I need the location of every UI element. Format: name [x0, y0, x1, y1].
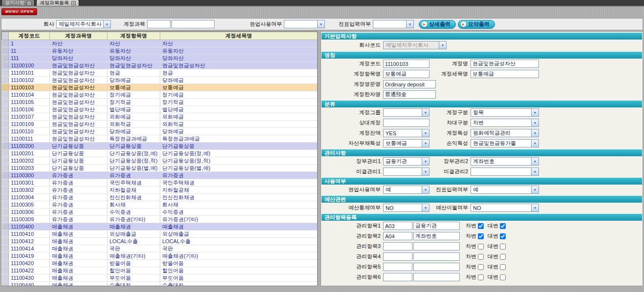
mgmt-item-code-input[interactable]: [383, 222, 412, 230]
grid-cell-detail[interactable]: 유가증권(기타): [160, 216, 318, 223]
grid-cell-item[interactable]: 정기적금: [107, 99, 160, 106]
grid-row[interactable]: 11100410매출채권외상매출금외상매출금: [2, 230, 318, 238]
grid-row[interactable]: 11100300유가증권유가증권유가증권: [2, 172, 318, 179]
grid-cell-detail[interactable]: 단기금융상품: [160, 143, 318, 150]
grid-cell-item[interactable]: 당좌자산: [107, 55, 160, 62]
grid-cell-item[interactable]: 전신전화채권: [107, 194, 160, 201]
grid-cell-subject[interactable]: 유가증권: [50, 209, 107, 216]
field-use-select[interactable]: 예 ▼: [383, 186, 429, 194]
grid-cell-subject[interactable]: 매출채권: [50, 223, 107, 230]
grid-cell-detail[interactable]: 외상매출금: [160, 230, 318, 238]
grid-row[interactable]: 11100420매출채권받을어음받을어음: [2, 260, 318, 267]
mgmt-item-name-input[interactable]: [413, 263, 460, 271]
asset-liability-attr-select[interactable]: 보통예금 ▼: [383, 139, 429, 147]
grid-cell-code[interactable]: 11: [9, 47, 50, 55]
mgmt-item-code-input[interactable]: [383, 252, 412, 261]
grid-cell-item[interactable]: 당좌예금: [107, 128, 160, 135]
grid-cell-subject[interactable]: 현금및현금성자산: [50, 128, 107, 135]
grid-row[interactable]: 11100102현금및현금성자산당좌예금당좌예금: [2, 77, 318, 84]
grid-cell-item[interactable]: 외화적금: [107, 121, 160, 128]
grid-row[interactable]: 11100202단기금융상품단기금융상품(정,적)단기금융상품(정,적): [2, 157, 318, 165]
summary-print-button[interactable]: ▶ 요약출력: [458, 20, 495, 29]
grid-cell-detail[interactable]: 외화예금: [160, 113, 318, 121]
grid-cell-detail[interactable]: 현금: [160, 69, 318, 77]
grid-cell-detail[interactable]: 당좌예금: [160, 128, 318, 135]
grid-cell-detail[interactable]: LOCAL수출: [160, 238, 318, 245]
grid-cell-detail[interactable]: 국민주택채권: [160, 179, 318, 187]
grid-cell-item[interactable]: 당좌예금: [107, 77, 160, 84]
grid-cell-detail[interactable]: 매출채권(기타): [160, 252, 318, 260]
dc-kind-select[interactable]: 차변 ▼: [471, 119, 539, 127]
grid-cell-item[interactable]: 정기예금: [107, 91, 160, 99]
grid-cell-item[interactable]: 받을어음: [107, 260, 160, 267]
account-item-input[interactable]: [383, 70, 429, 78]
grid-cell-item[interactable]: 외상매출금: [107, 230, 160, 238]
account-english-input[interactable]: [383, 80, 436, 88]
grid-cell-subject[interactable]: 매출채권: [50, 274, 107, 282]
grid-cell-code[interactable]: 11100302: [9, 187, 50, 194]
grid-row[interactable]: 11100110현금및현금성자산당좌예금당좌예금: [2, 128, 318, 135]
grid-cell-subject[interactable]: 유가증권: [50, 187, 107, 194]
grid-cell-subject[interactable]: 현금및현금성자산: [50, 99, 107, 106]
credit-checkbox[interactable]: [500, 264, 506, 270]
mgmt-item-name-input[interactable]: [413, 252, 460, 261]
grid-cell-code[interactable]: 11100200: [9, 143, 50, 150]
grid-cell-code[interactable]: 11100419: [9, 252, 50, 260]
account-attr-select[interactable]: 원화예적금관리 ▼: [471, 129, 539, 137]
grid-row[interactable]: 11100201단기금융상품단기금융상품(정,예)단기금융상품(정,예): [2, 150, 318, 157]
grid-cell-subject[interactable]: 매출채권: [50, 230, 107, 238]
budget-carryover-select[interactable]: NO ▼: [471, 204, 539, 212]
debit-checkbox[interactable]: [478, 223, 484, 229]
menu-open-button[interactable]: MENU OPEN: [1, 8, 37, 15]
grid-cell-item[interactable]: 단기금융상품: [107, 143, 160, 150]
grid-cell-code[interactable]: 11100109: [9, 121, 50, 128]
grid-cell-detail[interactable]: 유가증권: [160, 172, 318, 179]
grid-cell-subject[interactable]: 유가증권: [50, 201, 107, 209]
mgmt-item-name-input[interactable]: [413, 232, 460, 240]
grid-cell-code[interactable]: 11100420: [9, 260, 50, 267]
grid-cell-subject[interactable]: 유가증권: [50, 216, 107, 223]
grid-row[interactable]: 11100111현금및현금성자산특정현금과예금특정현금과예금: [2, 135, 318, 143]
account-balance-select[interactable]: YES ▼: [383, 129, 429, 137]
grid-row[interactable]: 11100101현금및현금성자산현금현금: [2, 69, 318, 77]
grid-cell-code[interactable]: 11100400: [9, 223, 50, 230]
grid-cell-code[interactable]: 11100422: [9, 267, 50, 274]
grid-cell-subject[interactable]: 단기금융상품: [50, 143, 107, 150]
grid-cell-subject[interactable]: 유동자산: [50, 47, 107, 55]
grid-cell-subject[interactable]: 현금및현금성자산: [50, 91, 107, 99]
grid-cell-code[interactable]: 11100201: [9, 150, 50, 157]
grid-cell-item[interactable]: 매출채권(기타): [107, 252, 160, 260]
grid-cell-subject[interactable]: 현금및현금성자산: [50, 121, 107, 128]
mgmt-item-name-input[interactable]: [413, 242, 460, 250]
detail-print-button[interactable]: ▶ 상세출력: [419, 20, 456, 29]
grid-cell-detail[interactable]: 당좌자산: [160, 55, 318, 62]
grid-cell-item[interactable]: 보통예금: [107, 84, 160, 91]
grid-cell-code[interactable]: 11100410: [9, 230, 50, 238]
account-group-select[interactable]: ▼: [383, 108, 429, 117]
col-header-account-code[interactable]: 계정코드: [9, 32, 50, 40]
grid-row[interactable]: 11100203단기금융상품단기금융상품(별,예)단기금융상품(별,예): [2, 165, 318, 172]
grid-cell-code[interactable]: 11100412: [9, 238, 50, 245]
grid-cell-detail[interactable]: 현금및현금성자산: [160, 62, 318, 69]
close-icon[interactable]: ×: [71, 1, 76, 5]
grid-cell-code[interactable]: 11100414: [9, 245, 50, 252]
grid-cell-code[interactable]: 11100102: [9, 77, 50, 84]
grid-cell-code[interactable]: 11100440: [9, 282, 50, 287]
col-header-detail-name[interactable]: 계정세목명: [160, 32, 318, 40]
grid-cell-subject[interactable]: 유가증권: [50, 172, 107, 179]
slip-entry-filter-select[interactable]: ▼: [373, 20, 414, 28]
grid-row[interactable]: 111당좌자산당좌자산당좌자산: [2, 55, 318, 62]
account-code-filter-input[interactable]: [147, 20, 171, 28]
grid-cell-code[interactable]: 11100101: [9, 69, 50, 77]
grid-row[interactable]: 11100107현금및현금성자산외화예금외화예금: [2, 113, 318, 121]
grid-cell-item[interactable]: 단기금융상품(정,적): [107, 157, 160, 165]
grid-cell-subject[interactable]: 단기금융상품: [50, 157, 107, 165]
grid-cell-subject[interactable]: 매출채권: [50, 238, 107, 245]
grid-cell-subject[interactable]: 현금및현금성자산: [50, 77, 107, 84]
grid-cell-item[interactable]: 수익증권: [107, 209, 160, 216]
grid-cell-item[interactable]: 회사채: [107, 201, 160, 209]
grid-cell-code[interactable]: 11100304: [9, 194, 50, 201]
grid-cell-item[interactable]: 외화예금: [107, 113, 160, 121]
debit-checkbox[interactable]: [478, 233, 484, 239]
grid-cell-detail[interactable]: 당좌예금: [160, 77, 318, 84]
